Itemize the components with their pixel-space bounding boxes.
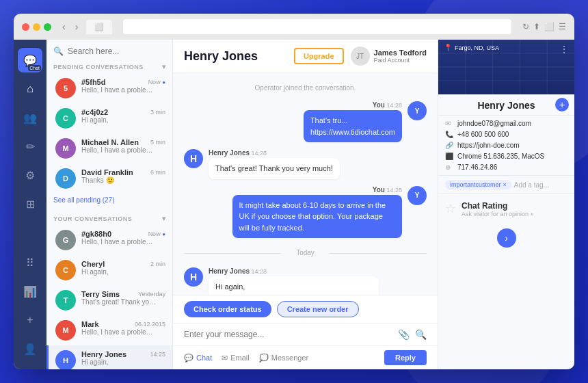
tab-icon: ⬜: [94, 23, 104, 31]
channel-tabs: 💬 Chat ✉ Email 💭 Messenger Reply: [173, 345, 438, 369]
conv-preview: Thanks 🙂: [81, 176, 157, 184]
sidebar-item-sliders[interactable]: ⊞: [18, 192, 42, 216]
minimize-btn[interactable]: [33, 23, 40, 31]
location-pin-icon: 📍: [444, 44, 452, 51]
upgrade-button[interactable]: Upgrade: [294, 48, 344, 64]
menu-icon[interactable]: ☰: [559, 22, 566, 31]
conv-item-5fh5d[interactable]: 5 #5fh5d Now ● Hello, I have a problem w…: [46, 73, 172, 103]
chat-badge: Chat: [28, 65, 41, 71]
avatar: M: [55, 138, 76, 159]
conv-item-c4j0z2[interactable]: C #c4j0z2 3 min Hi again,: [46, 103, 172, 133]
conv-time: Now ●: [148, 230, 165, 237]
window-icon[interactable]: ⬜: [544, 22, 554, 31]
tab-email[interactable]: ✉ Email: [222, 354, 250, 362]
msg-avatar: H: [184, 149, 203, 168]
conv-time: 2 min: [150, 261, 165, 267]
agent-avatar: JT: [351, 47, 370, 66]
msg-content: Henry Jones 14:28 Hi again, Do you have …: [209, 267, 379, 295]
right-panel: 📍 Fargo, ND, USA ⋮ H Henry Jones + ✉ joh…: [438, 40, 574, 369]
your-convs-toggle[interactable]: ▾: [162, 215, 166, 222]
visitor-map: 📍 Fargo, ND, USA ⋮ H: [438, 40, 574, 94]
conv-info: Terry Sims Yesterday That's great! Thank…: [81, 290, 165, 306]
conv-name: Cheryl 2 min: [81, 260, 165, 268]
conv-name: Terry Sims Yesterday: [81, 290, 165, 298]
conv-time: Yesterday: [138, 291, 165, 298]
sidebar-item-apps[interactable]: ⠿: [18, 250, 42, 275]
msg-link[interactable]: https://www.tidiochat.com: [310, 128, 395, 136]
your-convs-label: YOUR CONVERSATIONS: [53, 215, 132, 222]
sidebar-item-edit[interactable]: ✏: [18, 134, 42, 159]
message-row: Y You 14:28 It might take about 6-10 day…: [184, 186, 427, 239]
date-divider: Today: [184, 249, 427, 256]
sidebar-item-settings[interactable]: ⚙: [18, 163, 42, 187]
settings-icon: ⚙: [25, 169, 35, 182]
conv-name: #5fh5d Now ●: [81, 78, 165, 86]
create-order-btn[interactable]: Create new order: [277, 301, 359, 317]
avatar: C: [55, 260, 76, 280]
search-bar: 🔍: [46, 40, 172, 60]
star-icon[interactable]: ☆: [445, 201, 456, 216]
pending-toggle[interactable]: ▾: [162, 63, 166, 70]
sidebar-item-chat[interactable]: 💬 Chat: [18, 48, 42, 72]
map-menu-icon[interactable]: ⋮: [559, 44, 569, 55]
message-input[interactable]: [184, 330, 392, 339]
chat-rating-title: Chat Rating: [462, 201, 534, 211]
conv-time: 06.12.2015: [135, 321, 165, 328]
conv-name: Mark 06.12.2015: [81, 320, 165, 328]
conv-item-gk88h0[interactable]: G #gk88h0 Now ● Hello, I have a problem …: [46, 225, 172, 255]
sidebar-item-users[interactable]: 👥: [18, 105, 42, 130]
conv-preview: Hello, I have a problem with my wid...: [81, 86, 157, 94]
detail-phone: 📞 +48 600 500 600: [445, 131, 567, 138]
add-tag-btn[interactable]: Add a tag...: [514, 181, 549, 189]
chat-header-actions: Upgrade JT James Tedford Paid Account: [294, 47, 427, 66]
tab-chat[interactable]: 💬 Chat: [184, 354, 212, 362]
conv-item-michael[interactable]: M Michael N. Allen 5 min Hello, I have a…: [46, 133, 172, 163]
conv-name: Michael N. Allen 5 min: [81, 138, 165, 146]
visitor-location: 📍 Fargo, ND, USA: [444, 44, 499, 51]
sidebar-item-add[interactable]: +: [18, 308, 42, 332]
conv-item-cheryl[interactable]: C Cheryl 2 min Hi again,: [46, 255, 172, 285]
conv-item-mark[interactable]: M Mark 06.12.2015 Hello, I have a proble…: [46, 315, 172, 345]
see-pending-btn[interactable]: See all pending (27): [46, 194, 172, 207]
add-note-button[interactable]: +: [555, 98, 569, 111]
browser-icon: ⬛: [445, 153, 453, 160]
detail-ip: ⊕ 717.46.24.86: [445, 163, 567, 171]
sidebar-item-chart[interactable]: 📊: [18, 279, 42, 304]
forward-btn[interactable]: ›: [72, 20, 81, 34]
scroll-down-btn[interactable]: ›: [497, 228, 516, 248]
search-message-icon[interactable]: 🔍: [415, 329, 427, 340]
email-icon: ✉: [445, 120, 453, 127]
conv-item-terry[interactable]: T Terry Sims Yesterday That's great! Tha…: [46, 285, 172, 315]
search-input[interactable]: [68, 47, 170, 56]
conv-info: Michael N. Allen 5 min Hello, I have a p…: [81, 138, 165, 154]
back-btn[interactable]: ‹: [59, 20, 68, 34]
tab-messenger[interactable]: 💭 Messenger: [259, 354, 308, 362]
conv-name: David Franklin 6 min: [81, 168, 165, 176]
conv-item-henry[interactable]: H Henry Jones 14:25 Hi again,: [46, 345, 172, 369]
sidebar-item-home[interactable]: ⌂: [18, 77, 42, 101]
msg-bubble: Hi again, Do you have those pink sneaker…: [209, 276, 379, 295]
messenger-tab-icon: 💭: [259, 354, 269, 362]
conv-item-david[interactable]: D David Franklin 6 min Thanks 🙂: [46, 163, 172, 194]
add-icon: +: [27, 314, 33, 326]
email-tab-icon: ✉: [222, 354, 228, 362]
reply-button[interactable]: Reply: [384, 350, 427, 365]
chat-rating-text: Chat Rating Ask visitor for an opinion »: [462, 201, 534, 217]
messages-area[interactable]: Operator joined the conversation. Y You …: [173, 73, 438, 295]
conv-info: Henry Jones 14:25 Hi again,: [81, 350, 165, 366]
share-icon[interactable]: ⬆: [533, 22, 540, 31]
chat-contact-name: Henry Jones: [184, 49, 258, 64]
sidebar-item-person[interactable]: 👤: [18, 336, 42, 361]
tag-remove-icon[interactable]: ×: [503, 181, 507, 188]
maximize-btn[interactable]: [44, 23, 51, 31]
browser-tab[interactable]: ⬜: [86, 20, 112, 34]
refresh-icon[interactable]: ↻: [522, 22, 529, 31]
attachment-icon[interactable]: 📎: [398, 329, 410, 340]
msg-sender-time: You 14:28: [304, 101, 402, 109]
close-btn[interactable]: [22, 23, 29, 31]
address-bar[interactable]: [123, 19, 511, 34]
conv-preview: Hi again,: [81, 358, 157, 366]
sliders-icon: ⊞: [26, 198, 35, 211]
check-order-btn[interactable]: Check order status: [184, 301, 271, 317]
chevron-down-icon: ›: [505, 233, 508, 243]
